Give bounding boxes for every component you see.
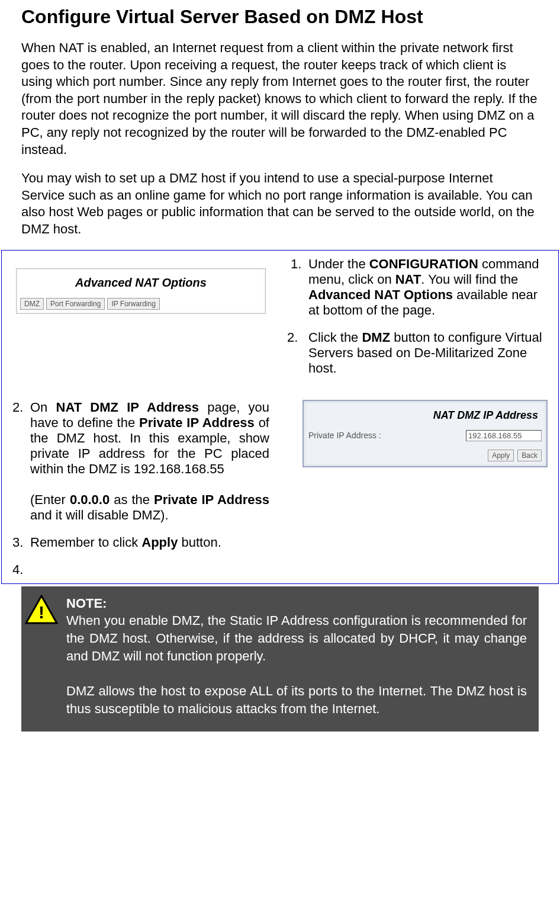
- note-paragraph-1: When you enable DMZ, the Static IP Addre…: [66, 613, 527, 663]
- svg-text:!: !: [38, 602, 44, 622]
- nat-dmz-title: NAT DMZ IP Address: [308, 406, 542, 430]
- advanced-nat-title: Advanced NAT Options: [20, 276, 262, 290]
- step-1-number: 1.: [291, 256, 308, 318]
- step-left-3-text: Remember to click Apply button.: [30, 535, 269, 550]
- note-title: NOTE:: [66, 596, 107, 611]
- dmz-button[interactable]: DMZ: [20, 298, 44, 310]
- step-left-2-text: On NAT DMZ IP Address page, you have to …: [30, 400, 269, 523]
- step-1-text: Under the CONFIGURATION command menu, cl…: [308, 256, 548, 318]
- port-forwarding-button[interactable]: Port Forwarding: [46, 298, 105, 310]
- page-title: Configure Virtual Server Based on DMZ Ho…: [21, 6, 560, 28]
- instruction-panel: Advanced NAT Options DMZ Port Forwarding…: [1, 250, 559, 584]
- note-paragraph-2: DMZ allows the host to expose ALL of its…: [66, 684, 527, 716]
- steps-right: 1. Under the CONFIGURATION command menu,…: [280, 251, 558, 394]
- advanced-nat-figure: Advanced NAT Options DMZ Port Forwarding…: [2, 251, 280, 394]
- ip-forwarding-button[interactable]: IP Forwarding: [107, 298, 159, 310]
- apply-button[interactable]: Apply: [488, 450, 514, 461]
- step-2-number: 2.: [287, 330, 308, 376]
- advanced-nat-widget: Advanced NAT Options DMZ Port Forwarding…: [16, 268, 266, 314]
- step-2-text: Click the DMZ button to configure Virtua…: [308, 330, 548, 376]
- private-ip-label: Private IP Address :: [308, 431, 466, 440]
- step-left-2-number: 2.: [12, 400, 30, 523]
- intro-paragraph-2: You may wish to set up a DMZ host if you…: [21, 170, 539, 238]
- nat-dmz-figure: NAT DMZ IP Address Private IP Address : …: [280, 394, 558, 583]
- intro-paragraph-1: When NAT is enabled, an Internet request…: [21, 40, 539, 158]
- back-button[interactable]: Back: [517, 450, 542, 461]
- step-left-4-number: 4.: [12, 562, 30, 578]
- note-box: ! NOTE: When you enable DMZ, the Static …: [21, 586, 539, 732]
- warning-icon: !: [25, 595, 58, 624]
- nat-dmz-widget: NAT DMZ IP Address Private IP Address : …: [302, 400, 548, 467]
- private-ip-input[interactable]: [466, 430, 542, 441]
- step-left-3-number: 3.: [12, 535, 30, 550]
- steps-left: 2. On NAT DMZ IP Address page, you have …: [2, 394, 280, 583]
